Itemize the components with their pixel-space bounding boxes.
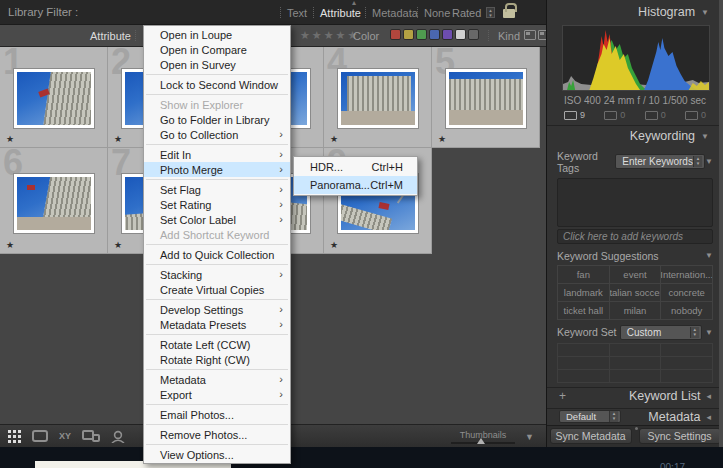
keyword-suggestion-concrete[interactable]: concrete — [661, 284, 713, 302]
menu-item-set-rating[interactable]: Set Rating› — [144, 197, 290, 212]
menu-item-label: Remove Photos... — [160, 429, 247, 441]
color-swatch-5[interactable] — [455, 29, 466, 40]
keyword-tags-caret-icon[interactable]: ▼ — [705, 157, 713, 166]
kind-master-photo-icon[interactable] — [524, 30, 536, 40]
color-swatch-1[interactable] — [403, 29, 414, 40]
menu-item-metadata-presets[interactable]: Metadata Presets› — [144, 317, 290, 332]
histogram-chart[interactable] — [562, 25, 710, 91]
color-swatch-2[interactable] — [416, 29, 427, 40]
rated-label: Rated — [452, 7, 481, 19]
toolbar-options-caret-icon[interactable]: ▼ — [525, 432, 534, 442]
thumbnails-slider[interactable]: Thumbnails — [451, 430, 515, 444]
keyword-tags-textarea[interactable] — [557, 178, 713, 227]
submenu-item-label: Panorama... — [310, 179, 370, 191]
keyword-set-dropdown[interactable]: Custom▴▾ — [620, 325, 702, 340]
flag-star-icon: ★ — [438, 134, 446, 144]
color-swatch-4[interactable] — [442, 29, 453, 40]
keyword-suggestion-event[interactable]: event — [610, 266, 662, 284]
keyword-set-cell[interactable] — [661, 357, 713, 370]
keyword-set-cell[interactable] — [610, 357, 662, 370]
keyword-suggestion-landmark[interactable]: landmark — [558, 284, 610, 302]
loupe-view-icon[interactable] — [32, 430, 48, 442]
keyword-set-cell[interactable] — [661, 370, 713, 383]
keyword-set-cell[interactable] — [610, 344, 662, 357]
menu-item-email-photos[interactable]: Email Photos... — [144, 407, 290, 422]
menu-item-open-in-survey[interactable]: Open in Survey — [144, 57, 290, 72]
add-keyword-button[interactable]: + — [559, 389, 566, 403]
keyword-suggestion-italian-soccer[interactable]: italian soccer — [610, 284, 662, 302]
submenu-item-hdr[interactable]: HDR...Ctrl+H — [294, 158, 417, 176]
menu-item-open-in-loupe[interactable]: Open in Loupe — [144, 27, 290, 42]
keyword-suggestions-header[interactable]: Keyword Suggestions ▼ — [557, 250, 713, 262]
filmstrip[interactable]: 00:17 — [0, 447, 723, 468]
color-swatch-3[interactable] — [429, 29, 440, 40]
filter-tab-none[interactable]: None — [424, 7, 450, 19]
sync-metadata-button[interactable]: Sync Metadata — [550, 428, 632, 444]
metadata-header[interactable]: Default▴▾ Metadata◂ — [547, 408, 723, 425]
menu-item-lock-to-second-window[interactable]: Lock to Second Window — [144, 77, 290, 92]
photo-thumbnail[interactable] — [14, 174, 94, 233]
photo-thumbnail[interactable] — [14, 69, 94, 128]
keyword-set-cell[interactable] — [610, 370, 662, 383]
keyword-suggestion-nobody[interactable]: nobody — [661, 302, 713, 320]
menu-item-go-to-folder-in-library[interactable]: Go to Folder in Library — [144, 112, 290, 127]
color-swatch-0[interactable] — [390, 29, 401, 40]
sync-settings-button[interactable]: Sync Settings — [639, 428, 721, 444]
thumbnails-slider-track[interactable] — [451, 442, 515, 444]
keyword-set-cell[interactable] — [661, 344, 713, 357]
filter-tab-metadata[interactable]: Metadata — [372, 7, 418, 19]
menu-item-develop-settings[interactable]: Develop Settings› — [144, 302, 290, 317]
photo-thumbnail[interactable] — [446, 69, 526, 128]
keyword-set-cell[interactable] — [558, 344, 610, 357]
thumbnails-slider-thumb[interactable] — [477, 438, 485, 444]
menu-item-remove-photos[interactable]: Remove Photos... — [144, 427, 290, 442]
people-view-icon[interactable] — [111, 430, 125, 443]
filter-tab-attribute[interactable]: Attribute — [320, 7, 361, 19]
keyword-suggestion-fan[interactable]: fan — [558, 266, 610, 284]
filter-lock-icon[interactable] — [503, 9, 515, 18]
keyword-suggestion-internation[interactable]: Internation... — [661, 266, 713, 284]
keyword-set-caret-icon[interactable]: ▼ — [705, 328, 713, 337]
menu-item-edit-in[interactable]: Edit In› — [144, 147, 290, 162]
menu-item-photo-merge[interactable]: Photo Merge› — [144, 162, 290, 177]
keyword-set-cell[interactable] — [558, 357, 610, 370]
count-badge-3: 0 — [645, 110, 666, 120]
dropdown-stepper-icon: ▴▾ — [693, 156, 702, 167]
photo-cell-5[interactable]: 5★ — [432, 47, 540, 148]
color-swatch-6[interactable] — [468, 29, 479, 40]
menu-item-metadata[interactable]: Metadata› — [144, 372, 290, 387]
photo-cell-6[interactable]: 6★ — [0, 148, 108, 254]
keyword-suggestion-milan[interactable]: milan — [610, 302, 662, 320]
histogram-header[interactable]: Histogram ▼ — [547, 0, 723, 24]
keyword-list-header[interactable]: + Keyword List◂ — [547, 387, 723, 404]
photo-cell-1[interactable]: 1★ — [0, 47, 108, 148]
flag-star-icon: ★ — [6, 240, 14, 250]
menu-item-rotate-left-ccw[interactable]: Rotate Left (CCW) — [144, 337, 290, 352]
menu-item-add-to-quick-collection[interactable]: Add to Quick Collection — [144, 247, 290, 262]
keywording-header[interactable]: Keywording ▼ — [547, 125, 723, 146]
menu-item-rotate-right-cw[interactable]: Rotate Right (CW) — [144, 352, 290, 367]
rated-stepper[interactable]: ▴▾ — [486, 7, 495, 18]
metadata-preset-dropdown[interactable]: Default▴▾ — [559, 410, 621, 423]
photo-cell-4[interactable]: 4★ — [324, 47, 432, 148]
submenu-item-panorama[interactable]: Panorama...Ctrl+M — [294, 176, 417, 194]
menu-item-go-to-collection[interactable]: Go to Collection› — [144, 127, 290, 142]
keyword-suggestion-ticket-hall[interactable]: ticket hall — [558, 302, 610, 320]
panel-collapse-arrow-icon[interactable]: ▴ — [352, 0, 356, 7]
survey-view-icon[interactable] — [82, 430, 100, 442]
keyword-tags-dropdown[interactable]: Enter Keywords▴▾ — [615, 154, 705, 169]
add-keywords-input[interactable]: Click here to add keywords — [557, 229, 713, 244]
compare-view-icon[interactable]: XY — [59, 431, 71, 441]
filter-tab-text[interactable]: Text — [287, 7, 307, 19]
menu-item-open-in-compare[interactable]: Open in Compare — [144, 42, 290, 57]
grid-view-icon[interactable] — [8, 430, 21, 443]
menu-item-set-flag[interactable]: Set Flag› — [144, 182, 290, 197]
keyword-set-cell[interactable] — [558, 370, 610, 383]
rating-stars[interactable]: ★★★★★ — [300, 29, 359, 42]
menu-item-create-virtual-copies[interactable]: Create Virtual Copies — [144, 282, 290, 297]
menu-item-stacking[interactable]: Stacking› — [144, 267, 290, 282]
menu-item-set-color-label[interactable]: Set Color Label› — [144, 212, 290, 227]
photo-thumbnail[interactable] — [338, 69, 418, 128]
menu-item-view-options[interactable]: View Options... — [144, 447, 290, 462]
menu-item-export[interactable]: Export› — [144, 387, 290, 402]
